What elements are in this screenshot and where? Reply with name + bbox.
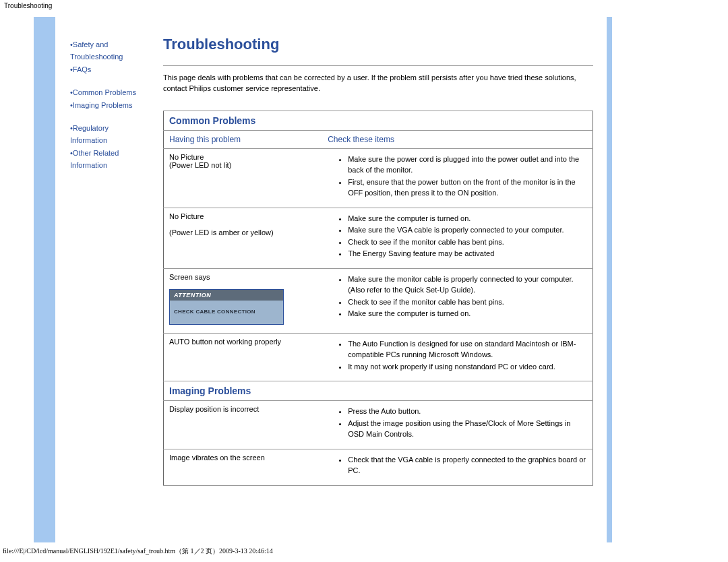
check-item: Adjust the image position using the Phas… bbox=[348, 418, 587, 440]
decorative-stripe-left bbox=[34, 17, 55, 542]
sidebar-link[interactable]: •Other Related Information bbox=[70, 147, 146, 172]
table-row: Screen saysATTENTIONCHECK CABLE CONNECTI… bbox=[164, 268, 593, 333]
check-item: It may not work properly if using nonsta… bbox=[348, 361, 587, 373]
check-item: Make sure the monitor cable is properly … bbox=[348, 274, 587, 296]
problem-cell: No Picture(Power LED not lit) bbox=[164, 148, 323, 208]
checks-cell: The Auto Function is designed for use on… bbox=[322, 333, 593, 381]
sidebar-link[interactable]: •FAQs bbox=[70, 63, 146, 77]
check-item: Check that the VGA cable is properly con… bbox=[348, 454, 587, 476]
check-item: Make sure the computer is turned on. bbox=[348, 308, 587, 319]
problem-cell: Display position is incorrect bbox=[164, 401, 323, 449]
check-item: Check to see if the monitor cable has be… bbox=[348, 296, 587, 308]
problem-cell: Image vibrates on the screen bbox=[164, 449, 323, 485]
attention-title: ATTENTION bbox=[170, 290, 283, 301]
troubleshooting-table: Common ProblemsHaving this problemCheck … bbox=[163, 111, 593, 486]
check-item: Make sure the computer is turned on. bbox=[348, 213, 587, 224]
sidebar-nav: •Safety and Troubleshooting•FAQs •Common… bbox=[55, 17, 150, 542]
checks-cell: Make sure the computer is turned on.Make… bbox=[322, 208, 593, 268]
problem-cell: No Picture(Power LED is amber or yellow) bbox=[164, 208, 323, 268]
decorative-stripe-right bbox=[607, 17, 612, 542]
table-row: Image vibrates on the screenCheck that t… bbox=[164, 449, 593, 485]
footer-file-path: file:///E|/CD/lcd/manual/ENGLISH/192E1/s… bbox=[0, 547, 728, 556]
sidebar-link[interactable]: •Safety and Troubleshooting bbox=[70, 38, 146, 63]
check-item: Check to see if the monitor cable has be… bbox=[348, 237, 587, 248]
table-row: AUTO button not working properlyThe Auto… bbox=[164, 333, 593, 381]
check-item: Make sure the VGA cable is properly conn… bbox=[348, 224, 587, 236]
table-row: No Picture(Power LED is amber or yellow)… bbox=[164, 208, 593, 268]
problem-cell: Screen saysATTENTIONCHECK CABLE CONNECTI… bbox=[164, 268, 323, 333]
main-content: Troubleshooting This page deals with pro… bbox=[150, 17, 607, 542]
sidebar-link[interactable]: •Imaging Problems bbox=[70, 99, 146, 113]
attention-box: ATTENTIONCHECK CABLE CONNECTION bbox=[169, 289, 284, 325]
column-header-left: Having this problem bbox=[164, 130, 323, 148]
sidebar-link[interactable]: •Regulatory Information bbox=[70, 122, 146, 147]
check-item: Make sure the power cord is plugged into… bbox=[348, 154, 587, 176]
attention-body: CHECK CABLE CONNECTION bbox=[170, 301, 283, 324]
divider bbox=[163, 65, 593, 66]
checks-cell: Press the Auto button.Adjust the image p… bbox=[322, 401, 593, 449]
table-row: No Picture(Power LED not lit)Make sure t… bbox=[164, 148, 593, 208]
checks-cell: Check that the VGA cable is properly con… bbox=[322, 449, 593, 485]
section-heading: Imaging Problems bbox=[169, 385, 587, 396]
column-header-right: Check these items bbox=[322, 130, 593, 148]
check-item: First, ensure that the power button on t… bbox=[348, 177, 587, 199]
intro-text: This page deals with problems that can b… bbox=[163, 73, 593, 94]
section-heading: Common Problems bbox=[169, 115, 587, 126]
problem-cell: AUTO button not working properly bbox=[164, 333, 323, 381]
sidebar-link[interactable]: •Common Problems bbox=[70, 86, 146, 100]
checks-cell: Make sure the power cord is plugged into… bbox=[322, 148, 593, 208]
check-item: Press the Auto button. bbox=[348, 406, 587, 417]
table-row: Display position is incorrectPress the A… bbox=[164, 401, 593, 449]
checks-cell: Make sure the monitor cable is properly … bbox=[322, 268, 593, 333]
check-item: The Auto Function is designed for use on… bbox=[348, 338, 587, 361]
header-title: Troubleshooting bbox=[0, 0, 728, 11]
check-item: The Energy Saving feature may be activat… bbox=[348, 248, 587, 259]
page-title: Troubleshooting bbox=[163, 36, 593, 53]
